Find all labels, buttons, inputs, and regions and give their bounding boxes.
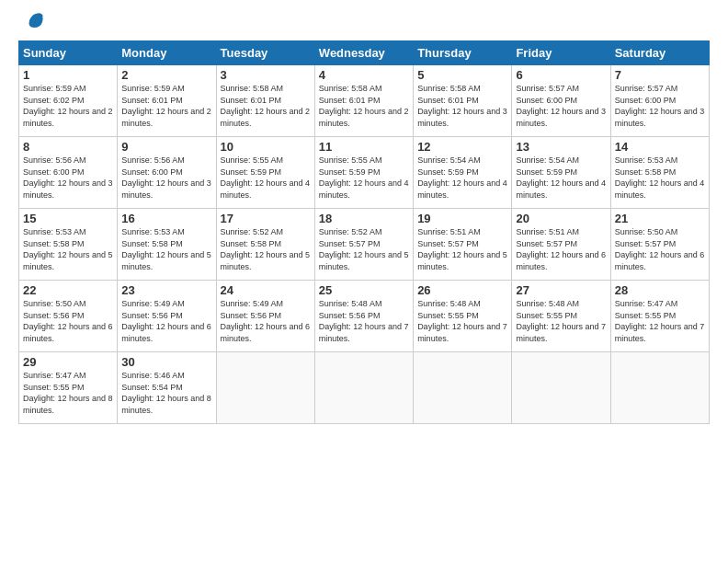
week-row-2: 8 Sunrise: 5:56 AMSunset: 6:00 PMDayligh… [19,137,710,209]
day-info: Sunrise: 5:54 AMSunset: 5:59 PMDaylight:… [417,155,507,200]
day-number: 4 [319,68,409,82]
header [18,15,710,31]
header-monday: Monday [118,41,216,65]
day-number: 2 [121,68,211,82]
day-info: Sunrise: 5:48 AMSunset: 5:55 PMDaylight:… [417,299,507,343]
day-number: 18 [319,212,409,225]
day-info: Sunrise: 5:53 AMSunset: 5:58 PMDaylight:… [121,227,211,271]
day-info: Sunrise: 5:55 AMSunset: 5:59 PMDaylight:… [319,155,409,200]
table-cell-8: 8 Sunrise: 5:56 AMSunset: 6:00 PMDayligh… [19,137,118,209]
day-number: 25 [319,283,409,297]
day-info: Sunrise: 5:47 AMSunset: 5:55 PMDaylight:… [615,299,705,343]
table-cell-25: 25 Sunrise: 5:48 AMSunset: 5:56 PMDaylig… [314,281,413,352]
table-cell-empty [512,352,610,424]
day-number: 10 [221,140,311,154]
day-info: Sunrise: 5:57 AMSunset: 6:00 PMDaylight:… [615,84,705,128]
header-tuesday: Tuesday [216,41,314,65]
day-info: Sunrise: 5:51 AMSunset: 5:57 PMDaylight:… [417,227,507,271]
weekday-header-row: Sunday Monday Tuesday Wednesday Thursday… [19,41,710,65]
logo-icon [22,7,46,31]
day-number: 6 [516,68,606,82]
header-friday: Friday [512,41,610,65]
table-cell-29: 29 Sunrise: 5:47 AMSunset: 5:55 PMDaylig… [19,352,118,424]
day-info: Sunrise: 5:49 AMSunset: 5:56 PMDaylight:… [121,299,211,343]
day-number: 28 [615,283,705,297]
table-cell-17: 17 Sunrise: 5:52 AMSunset: 5:58 PMDaylig… [216,209,314,281]
day-info: Sunrise: 5:48 AMSunset: 5:56 PMDaylight:… [319,299,409,343]
header-sunday: Sunday [19,41,118,65]
day-number: 13 [516,140,606,154]
day-number: 11 [319,140,409,154]
table-cell-10: 10 Sunrise: 5:55 AMSunset: 5:59 PMDaylig… [216,137,314,209]
week-row-1: 1 Sunrise: 5:59 AMSunset: 6:02 PMDayligh… [19,65,710,137]
table-cell-2: 2 Sunrise: 5:59 AMSunset: 6:01 PMDayligh… [118,65,216,137]
day-info: Sunrise: 5:50 AMSunset: 5:56 PMDaylight:… [23,299,113,343]
day-number: 16 [121,212,211,225]
table-cell-24: 24 Sunrise: 5:49 AMSunset: 5:56 PMDaylig… [216,281,314,352]
day-info: Sunrise: 5:58 AMSunset: 6:01 PMDaylight:… [319,84,409,128]
day-number: 27 [516,283,606,297]
table-cell-18: 18 Sunrise: 5:52 AMSunset: 5:57 PMDaylig… [314,209,413,281]
table-cell-14: 14 Sunrise: 5:53 AMSunset: 5:58 PMDaylig… [610,137,709,209]
logo [18,15,46,31]
day-number: 15 [23,212,113,225]
calendar: Sunday Monday Tuesday Wednesday Thursday… [18,40,710,424]
day-number: 29 [23,355,113,369]
day-number: 20 [516,212,606,225]
table-cell-16: 16 Sunrise: 5:53 AMSunset: 5:58 PMDaylig… [118,209,216,281]
table-cell-21: 21 Sunrise: 5:50 AMSunset: 5:57 PMDaylig… [610,209,709,281]
day-number: 24 [221,283,311,297]
header-wednesday: Wednesday [314,41,413,65]
day-number: 19 [417,212,507,225]
table-cell-4: 4 Sunrise: 5:58 AMSunset: 6:01 PMDayligh… [314,65,413,137]
table-cell-5: 5 Sunrise: 5:58 AMSunset: 6:01 PMDayligh… [414,65,512,137]
table-cell-9: 9 Sunrise: 5:56 AMSunset: 6:00 PMDayligh… [118,137,216,209]
day-info: Sunrise: 5:58 AMSunset: 6:01 PMDaylight:… [417,84,507,128]
day-number: 30 [121,355,211,369]
day-number: 1 [23,68,113,82]
day-info: Sunrise: 5:48 AMSunset: 5:55 PMDaylight:… [516,299,606,343]
table-cell-empty [610,352,709,424]
day-number: 26 [417,283,507,297]
day-info: Sunrise: 5:56 AMSunset: 6:00 PMDaylight:… [121,155,211,200]
day-info: Sunrise: 5:55 AMSunset: 5:59 PMDaylight:… [221,155,311,200]
table-cell-15: 15 Sunrise: 5:53 AMSunset: 5:58 PMDaylig… [19,209,118,281]
header-saturday: Saturday [610,41,709,65]
table-cell-11: 11 Sunrise: 5:55 AMSunset: 5:59 PMDaylig… [314,137,413,209]
day-info: Sunrise: 5:49 AMSunset: 5:56 PMDaylight:… [221,299,311,343]
table-cell-28: 28 Sunrise: 5:47 AMSunset: 5:55 PMDaylig… [610,281,709,352]
table-cell-7: 7 Sunrise: 5:57 AMSunset: 6:00 PMDayligh… [610,65,709,137]
day-info: Sunrise: 5:58 AMSunset: 6:01 PMDaylight:… [221,84,311,128]
table-cell-27: 27 Sunrise: 5:48 AMSunset: 5:55 PMDaylig… [512,281,610,352]
table-cell-empty [216,352,314,424]
table-cell-23: 23 Sunrise: 5:49 AMSunset: 5:56 PMDaylig… [118,281,216,352]
week-row-5: 29 Sunrise: 5:47 AMSunset: 5:55 PMDaylig… [19,352,710,424]
table-cell-22: 22 Sunrise: 5:50 AMSunset: 5:56 PMDaylig… [19,281,118,352]
table-cell-12: 12 Sunrise: 5:54 AMSunset: 5:59 PMDaylig… [414,137,512,209]
table-cell-6: 6 Sunrise: 5:57 AMSunset: 6:00 PMDayligh… [512,65,610,137]
table-cell-20: 20 Sunrise: 5:51 AMSunset: 5:57 PMDaylig… [512,209,610,281]
table-cell-19: 19 Sunrise: 5:51 AMSunset: 5:57 PMDaylig… [414,209,512,281]
day-number: 17 [221,212,311,225]
week-row-3: 15 Sunrise: 5:53 AMSunset: 5:58 PMDaylig… [19,209,710,281]
day-number: 5 [417,68,507,82]
day-info: Sunrise: 5:52 AMSunset: 5:57 PMDaylight:… [319,227,409,271]
week-row-4: 22 Sunrise: 5:50 AMSunset: 5:56 PMDaylig… [19,281,710,352]
header-thursday: Thursday [414,41,512,65]
day-info: Sunrise: 5:54 AMSunset: 5:59 PMDaylight:… [516,155,606,200]
table-cell-1: 1 Sunrise: 5:59 AMSunset: 6:02 PMDayligh… [19,65,118,137]
day-info: Sunrise: 5:52 AMSunset: 5:58 PMDaylight:… [221,227,311,271]
day-number: 12 [417,140,507,154]
day-number: 8 [23,140,113,154]
day-info: Sunrise: 5:51 AMSunset: 5:57 PMDaylight:… [516,227,606,271]
day-info: Sunrise: 5:46 AMSunset: 5:54 PMDaylight:… [121,371,211,415]
day-info: Sunrise: 5:56 AMSunset: 6:00 PMDaylight:… [23,155,113,200]
day-number: 14 [615,140,705,154]
day-info: Sunrise: 5:59 AMSunset: 6:01 PMDaylight:… [121,84,211,128]
page: Sunday Monday Tuesday Wednesday Thursday… [0,0,728,563]
day-number: 23 [121,283,211,297]
day-number: 7 [615,68,705,82]
table-cell-empty [414,352,512,424]
day-info: Sunrise: 5:47 AMSunset: 5:55 PMDaylight:… [23,371,113,415]
day-info: Sunrise: 5:57 AMSunset: 6:00 PMDaylight:… [516,84,606,128]
